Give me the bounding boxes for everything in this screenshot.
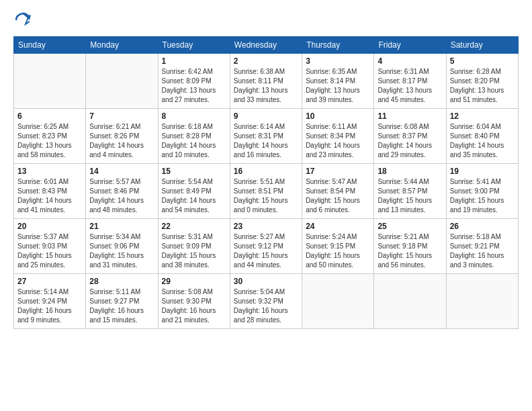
calendar-cell: 15Sunrise: 5:54 AM Sunset: 8:49 PM Dayli…: [158, 164, 230, 219]
day-info: Sunrise: 6:21 AM Sunset: 8:26 PM Dayligh…: [89, 122, 154, 160]
weekday-header: Tuesday: [158, 37, 230, 54]
day-number: 10: [306, 111, 370, 121]
calendar-cell: 6Sunrise: 6:25 AM Sunset: 8:23 PM Daylig…: [14, 109, 86, 164]
calendar-cell: 8Sunrise: 6:18 AM Sunset: 8:28 PM Daylig…: [158, 109, 230, 164]
day-info: Sunrise: 6:04 AM Sunset: 8:40 PM Dayligh…: [450, 122, 515, 160]
day-info: Sunrise: 5:57 AM Sunset: 8:46 PM Dayligh…: [89, 177, 154, 215]
calendar-cell: [14, 54, 86, 109]
day-number: 9: [234, 111, 298, 121]
logo: [13, 11, 35, 30]
day-info: Sunrise: 5:14 AM Sunset: 9:24 PM Dayligh…: [17, 287, 82, 325]
weekday-header-row: SundayMondayTuesdayWednesdayThursdayFrid…: [14, 37, 519, 54]
calendar-cell: 12Sunrise: 6:04 AM Sunset: 8:40 PM Dayli…: [446, 109, 518, 164]
calendar-cell: 24Sunrise: 5:24 AM Sunset: 9:15 PM Dayli…: [302, 219, 374, 274]
calendar-cell: 1Sunrise: 6:42 AM Sunset: 8:09 PM Daylig…: [158, 54, 230, 109]
calendar-cell: 4Sunrise: 6:31 AM Sunset: 8:17 PM Daylig…: [374, 54, 446, 109]
calendar-cell: 21Sunrise: 5:34 AM Sunset: 9:06 PM Dayli…: [86, 219, 158, 274]
day-number: 14: [89, 167, 154, 176]
day-number: 4: [378, 56, 442, 66]
day-info: Sunrise: 6:11 AM Sunset: 8:34 PM Dayligh…: [306, 122, 370, 160]
day-number: 27: [17, 277, 82, 286]
calendar-cell: 27Sunrise: 5:14 AM Sunset: 9:24 PM Dayli…: [14, 274, 86, 329]
weekday-header: Monday: [86, 37, 158, 54]
day-number: 6: [17, 111, 82, 121]
day-number: 19: [450, 167, 515, 176]
day-number: 28: [89, 277, 154, 286]
calendar-week-row: 13Sunrise: 6:01 AM Sunset: 8:43 PM Dayli…: [14, 164, 519, 219]
day-info: Sunrise: 6:31 AM Sunset: 8:17 PM Dayligh…: [378, 67, 442, 105]
day-number: 22: [162, 222, 226, 231]
calendar-cell: 22Sunrise: 5:31 AM Sunset: 9:09 PM Dayli…: [158, 219, 230, 274]
calendar-cell: 13Sunrise: 6:01 AM Sunset: 8:43 PM Dayli…: [14, 164, 86, 219]
calendar-cell: 23Sunrise: 5:27 AM Sunset: 9:12 PM Dayli…: [230, 219, 302, 274]
calendar-week-row: 20Sunrise: 5:37 AM Sunset: 9:03 PM Dayli…: [14, 219, 519, 274]
day-info: Sunrise: 6:25 AM Sunset: 8:23 PM Dayligh…: [17, 122, 82, 160]
day-number: 1: [162, 56, 226, 66]
day-info: Sunrise: 5:37 AM Sunset: 9:03 PM Dayligh…: [17, 232, 82, 270]
day-info: Sunrise: 5:27 AM Sunset: 9:12 PM Dayligh…: [234, 232, 298, 270]
day-number: 21: [89, 222, 154, 231]
day-info: Sunrise: 6:28 AM Sunset: 8:20 PM Dayligh…: [450, 67, 515, 105]
calendar-cell: 29Sunrise: 5:08 AM Sunset: 9:30 PM Dayli…: [158, 274, 230, 329]
day-number: 26: [450, 222, 515, 231]
day-info: Sunrise: 6:42 AM Sunset: 8:09 PM Dayligh…: [162, 67, 226, 105]
day-number: 29: [162, 277, 226, 286]
day-number: 15: [162, 167, 226, 176]
day-number: 20: [17, 222, 82, 231]
day-info: Sunrise: 5:08 AM Sunset: 9:30 PM Dayligh…: [162, 287, 226, 325]
calendar-cell: 25Sunrise: 5:21 AM Sunset: 9:18 PM Dayli…: [374, 219, 446, 274]
calendar-cell: [374, 274, 446, 329]
calendar: SundayMondayTuesdayWednesdayThursdayFrid…: [13, 36, 519, 329]
day-info: Sunrise: 5:44 AM Sunset: 8:57 PM Dayligh…: [378, 177, 442, 215]
calendar-cell: [446, 274, 518, 329]
day-number: 23: [234, 222, 298, 231]
day-number: 3: [306, 56, 370, 66]
weekday-header: Saturday: [446, 37, 518, 54]
day-info: Sunrise: 6:38 AM Sunset: 8:11 PM Dayligh…: [234, 67, 298, 105]
calendar-week-row: 1Sunrise: 6:42 AM Sunset: 8:09 PM Daylig…: [14, 54, 519, 109]
weekday-header: Wednesday: [230, 37, 302, 54]
day-number: 17: [306, 167, 370, 176]
day-number: 25: [378, 222, 442, 231]
calendar-cell: 9Sunrise: 6:14 AM Sunset: 8:31 PM Daylig…: [230, 109, 302, 164]
day-info: Sunrise: 5:21 AM Sunset: 9:18 PM Dayligh…: [378, 232, 442, 270]
calendar-cell: 14Sunrise: 5:57 AM Sunset: 8:46 PM Dayli…: [86, 164, 158, 219]
calendar-cell: 19Sunrise: 5:41 AM Sunset: 9:00 PM Dayli…: [446, 164, 518, 219]
calendar-cell: [86, 54, 158, 109]
calendar-week-row: 6Sunrise: 6:25 AM Sunset: 8:23 PM Daylig…: [14, 109, 519, 164]
day-number: 18: [378, 167, 442, 176]
weekday-header: Thursday: [302, 37, 374, 54]
day-number: 16: [234, 167, 298, 176]
day-number: 13: [17, 167, 82, 176]
day-info: Sunrise: 6:14 AM Sunset: 8:31 PM Dayligh…: [234, 122, 298, 160]
day-number: 8: [162, 111, 226, 121]
day-number: 2: [234, 56, 298, 66]
day-info: Sunrise: 5:34 AM Sunset: 9:06 PM Dayligh…: [89, 232, 154, 270]
day-info: Sunrise: 6:01 AM Sunset: 8:43 PM Dayligh…: [17, 177, 82, 215]
day-number: 12: [450, 111, 515, 121]
day-number: 30: [234, 277, 298, 286]
day-info: Sunrise: 5:51 AM Sunset: 8:51 PM Dayligh…: [234, 177, 298, 215]
day-number: 5: [450, 56, 515, 66]
calendar-cell: 2Sunrise: 6:38 AM Sunset: 8:11 PM Daylig…: [230, 54, 302, 109]
calendar-cell: 20Sunrise: 5:37 AM Sunset: 9:03 PM Dayli…: [14, 219, 86, 274]
day-number: 11: [378, 111, 442, 121]
calendar-cell: 18Sunrise: 5:44 AM Sunset: 8:57 PM Dayli…: [374, 164, 446, 219]
day-info: Sunrise: 5:24 AM Sunset: 9:15 PM Dayligh…: [306, 232, 370, 270]
day-info: Sunrise: 6:35 AM Sunset: 8:14 PM Dayligh…: [306, 67, 370, 105]
weekday-header: Sunday: [14, 37, 86, 54]
day-info: Sunrise: 5:11 AM Sunset: 9:27 PM Dayligh…: [89, 287, 154, 325]
calendar-week-row: 27Sunrise: 5:14 AM Sunset: 9:24 PM Dayli…: [14, 274, 519, 329]
page: SundayMondayTuesdayWednesdayThursdayFrid…: [0, 0, 532, 411]
calendar-cell: 28Sunrise: 5:11 AM Sunset: 9:27 PM Dayli…: [86, 274, 158, 329]
day-info: Sunrise: 6:18 AM Sunset: 8:28 PM Dayligh…: [162, 122, 226, 160]
day-number: 7: [89, 111, 154, 121]
day-info: Sunrise: 5:47 AM Sunset: 8:54 PM Dayligh…: [306, 177, 370, 215]
day-info: Sunrise: 5:04 AM Sunset: 9:32 PM Dayligh…: [234, 287, 298, 325]
calendar-cell: 11Sunrise: 6:08 AM Sunset: 8:37 PM Dayli…: [374, 109, 446, 164]
day-info: Sunrise: 6:08 AM Sunset: 8:37 PM Dayligh…: [378, 122, 442, 160]
header: [13, 11, 519, 30]
calendar-cell: 5Sunrise: 6:28 AM Sunset: 8:20 PM Daylig…: [446, 54, 518, 109]
calendar-cell: [302, 274, 374, 329]
day-info: Sunrise: 5:54 AM Sunset: 8:49 PM Dayligh…: [162, 177, 226, 215]
